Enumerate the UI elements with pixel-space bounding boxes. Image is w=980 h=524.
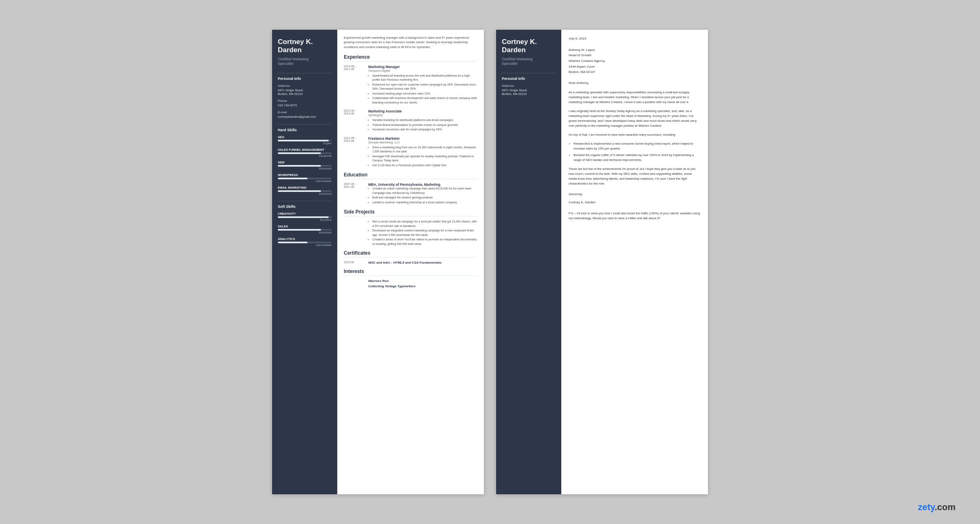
job3-title: Freelance Marketer xyxy=(368,137,477,141)
interest-2: Collecting Vintage Typewriters xyxy=(368,284,477,288)
cover-paragraph-3: On top of that, I am honored to have bee… xyxy=(569,132,701,137)
skill-creativity-name: CREATIVITY xyxy=(278,212,332,216)
skill-creativity-bar xyxy=(278,216,332,218)
email-value: cortneykdarden@gmail.com xyxy=(278,115,332,119)
cover-address-value: 4871 Single Street Boston, MA 02210 xyxy=(502,88,556,96)
cover-personal-info-title: Personal Info xyxy=(502,73,556,81)
job2-company: Spiritegrity xyxy=(368,113,477,117)
cover-bullet-1: Researched & implemented a new consumer-… xyxy=(573,141,701,151)
resume-name: Cortney K. Darden xyxy=(278,38,332,55)
sp-bullet-1: Ran a social media ad campaign for a loc… xyxy=(372,220,477,228)
skill-analytics-bar xyxy=(278,242,332,243)
job3-bullet-1: Grew a marketing blog from zero to 25,00… xyxy=(372,145,477,154)
skill-seo-level: Expert xyxy=(278,142,332,145)
job1-company: Teequest Digital xyxy=(368,69,477,73)
resume-sidebar: Cortney K. Darden Certified MarketingSpe… xyxy=(272,30,337,494)
job3-bullet-2: Averaged 250 downloads per episode for w… xyxy=(372,154,477,163)
edu1-content: MBA, University of Pennsylvania, Marketi… xyxy=(368,183,477,205)
certificates-section-title: Certificates xyxy=(344,250,477,258)
cover-salutation: Dear Anthony, xyxy=(569,81,701,86)
job1-title: Marketing Manager xyxy=(368,65,477,69)
resume-main: Experienced growth marketing manager wit… xyxy=(337,30,484,494)
cover-address-label: Address xyxy=(502,84,556,88)
cover-sidebar: Cortney K. Darden Certified MarketingSpe… xyxy=(496,30,561,494)
experience-section-title: Experience xyxy=(344,54,477,62)
phone-value: 415-749-0073 xyxy=(278,103,332,107)
skill-creativity-level: Excellent xyxy=(278,218,332,221)
skill-sem-bar xyxy=(278,165,332,167)
education-section-title: Education xyxy=(344,172,477,179)
side-project-bullets: Ran a social media ad campaign for a loc… xyxy=(368,220,477,246)
phone-label: Phone xyxy=(278,99,332,103)
cover-paragraph-2: I was originally hired at the Donkey Hot… xyxy=(569,109,701,128)
side-projects-section-title: Side Projects xyxy=(344,209,477,216)
cover-job-title: Certified MarketingSpecialist xyxy=(502,57,556,66)
edu1-bullet-2: Built and managed the student geology po… xyxy=(372,196,477,200)
sp-bullet-2: Developed an integrated content marketin… xyxy=(372,229,477,237)
job2-bullet-1: Handled branding for distributed platfor… xyxy=(372,118,477,123)
cover-closing: Sincerely, xyxy=(569,192,701,197)
cert1-year: 2015-02 xyxy=(344,261,366,264)
job-entry-2: 2012-06 -2014-08 Marketing Associate Spi… xyxy=(344,109,477,132)
cert1-name: W3C and Intel – HTML5 and CSS Fundamenta… xyxy=(368,261,477,264)
zety-com: .com xyxy=(935,502,956,512)
cover-ps: P.S.—I'd love to show you how I could al… xyxy=(569,211,701,221)
skill-em-level: Advanced xyxy=(278,192,332,195)
skill-analytics-level: Intermediate xyxy=(278,244,332,247)
job-entry-1: 2014-09 -2017-05 Marketing Manager Teequ… xyxy=(344,65,477,106)
skill-seo-name: SEO xyxy=(278,135,332,139)
edu1-bullet-1: Created an online marketing campaign tha… xyxy=(372,187,477,195)
skill-analytics-name: ANALYTICS xyxy=(278,237,332,241)
address-value: 4871 Single Street Boston, MA 02210 xyxy=(278,88,332,96)
personal-info-section-title: Personal Info xyxy=(278,73,332,81)
job1-bullet-4: Collaborated with business development a… xyxy=(372,96,477,105)
cover-letter-document: Cortney K. Darden Certified MarketingSpe… xyxy=(496,30,708,494)
skill-sfm-bar xyxy=(278,152,332,154)
job1-date: 2014-09 -2017-05 xyxy=(344,65,366,70)
job2-title: Marketing Associate xyxy=(368,109,477,113)
cover-name: Cortney K. Darden xyxy=(502,38,556,55)
cover-signature: Cortney K. Darden xyxy=(569,200,701,205)
job1-bullets: Spearheaded all branding across the web … xyxy=(368,74,477,105)
edu1-degree: MBA, University of Pennsylvania, Marketi… xyxy=(368,183,477,187)
zety-name: zety xyxy=(918,502,934,512)
cover-bullet-2: Boosted the organic traffic of 5 clients… xyxy=(573,153,701,163)
cover-main: July 8, 2019 Anthony M. Layne Head of Gr… xyxy=(561,30,708,494)
job1-bullet-2: Enhanced our open rate for customer onli… xyxy=(372,83,477,91)
skill-wp-name: WORDPRESS xyxy=(278,173,332,177)
address-label: Address xyxy=(278,84,332,88)
skill-seo-bar xyxy=(278,140,332,141)
job1-content: Marketing Manager Teequest Digital Spear… xyxy=(368,65,477,105)
skill-em-name: EMAIL MARKETING xyxy=(278,186,332,189)
job2-bullet-3: Increased conversion rate for email camp… xyxy=(372,128,477,132)
job2-date: 2012-06 -2014-08 xyxy=(344,109,366,115)
skill-sales-bar xyxy=(278,229,332,231)
edu1-bullet-3: Landed a summer marketing internship at … xyxy=(372,200,477,205)
job3-bullets: Grew a marketing blog from zero to 25,00… xyxy=(368,145,477,168)
job3-date: 2011-09 -2012-06 xyxy=(344,137,366,142)
hard-skills-section-title: Hard Skills xyxy=(278,124,332,132)
cover-recipient: Anthony M. Layne Head of Growth Wilshire… xyxy=(569,47,701,75)
job2-bullet-2: Trained Brand Ambassadors to promote eve… xyxy=(372,123,477,128)
interests-section-title: Interests xyxy=(344,269,477,276)
skill-em-bar xyxy=(278,190,332,192)
skill-sales-level: Advanced xyxy=(278,231,332,234)
cover-paragraph-1: As a marketing specialist with superviso… xyxy=(569,90,701,105)
job3-bullet-3: Got 3,100 likes for a Facebook promotion… xyxy=(372,163,477,168)
cert-entry-1: 2015-02 W3C and Intel – HTML5 and CSS Fu… xyxy=(344,261,477,264)
job2-bullets: Handled branding for distributed platfor… xyxy=(368,118,477,132)
skill-sem-name: SEM xyxy=(278,161,332,164)
edu-entry-1: 2007-09 -2011-05 MBA, University of Penn… xyxy=(344,183,477,205)
job1-bullet-3: Increased landing page conversion rates … xyxy=(372,92,477,96)
job3-company: Secada Marketing, LLC xyxy=(368,141,477,144)
sp-bullet-3: Created a series of short YouTube videos… xyxy=(372,238,477,246)
cover-date: July 8, 2019 xyxy=(569,36,701,42)
job1-bullet-1: Spearheaded all branding across the web … xyxy=(372,74,477,82)
resume-summary: Experienced growth marketing manager wit… xyxy=(344,35,477,49)
cover-achievement-bullets: Researched & implemented a new consumer-… xyxy=(569,141,701,163)
interest-1: Warriors Run xyxy=(368,279,477,283)
resume-document: Cortney K. Darden Certified MarketingSpe… xyxy=(272,30,484,494)
job2-content: Marketing Associate Spiritegrity Handled… xyxy=(368,109,477,132)
zety-branding: zety.com xyxy=(918,502,956,513)
resume-job-title: Certified MarketingSpecialist xyxy=(278,57,332,66)
